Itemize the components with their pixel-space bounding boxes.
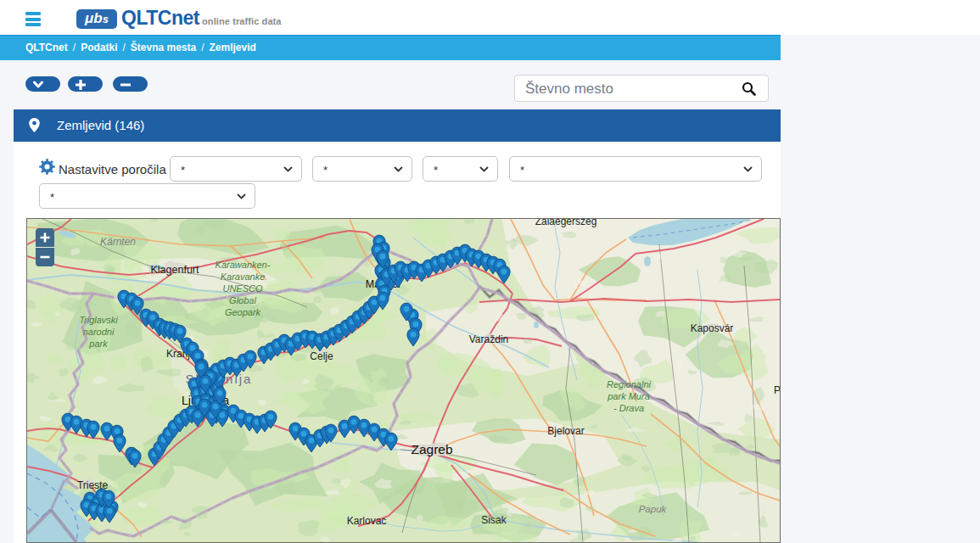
svg-text:Pé: Pé bbox=[774, 384, 780, 396]
svg-text:Karlovac: Karlovac bbox=[347, 515, 387, 527]
svg-text:park Mura: park Mura bbox=[607, 391, 650, 401]
svg-text:Geopark: Geopark bbox=[225, 307, 261, 317]
svg-text:narodni: narodni bbox=[83, 327, 115, 337]
svg-text:Kaposvár: Kaposvár bbox=[691, 322, 734, 334]
svg-text:- Drava: - Drava bbox=[613, 403, 644, 413]
svg-text:Zagreb: Zagreb bbox=[411, 442, 452, 456]
svg-text:Global: Global bbox=[229, 295, 256, 305]
svg-text:Zalaegerszeg: Zalaegerszeg bbox=[535, 219, 597, 227]
svg-text:Kärnten: Kärnten bbox=[100, 236, 136, 248]
svg-text:Klagenfurt: Klagenfurt bbox=[151, 264, 200, 276]
svg-text:Regionalni: Regionalni bbox=[607, 379, 652, 389]
svg-text:park: park bbox=[88, 339, 108, 349]
svg-text:Karavanke: Karavanke bbox=[221, 272, 266, 282]
svg-text:Celje: Celje bbox=[310, 350, 333, 362]
svg-text:Bjelovar: Bjelovar bbox=[547, 425, 584, 437]
svg-text:Triglavski: Triglavski bbox=[79, 315, 118, 325]
svg-text:Papuk: Papuk bbox=[639, 504, 668, 514]
svg-text:UNESCO: UNESCO bbox=[222, 283, 263, 294]
svg-text:Varaždin: Varaždin bbox=[469, 333, 508, 345]
svg-text:Sisak: Sisak bbox=[481, 514, 507, 526]
svg-text:Karawanken-: Karawanken- bbox=[216, 260, 271, 270]
